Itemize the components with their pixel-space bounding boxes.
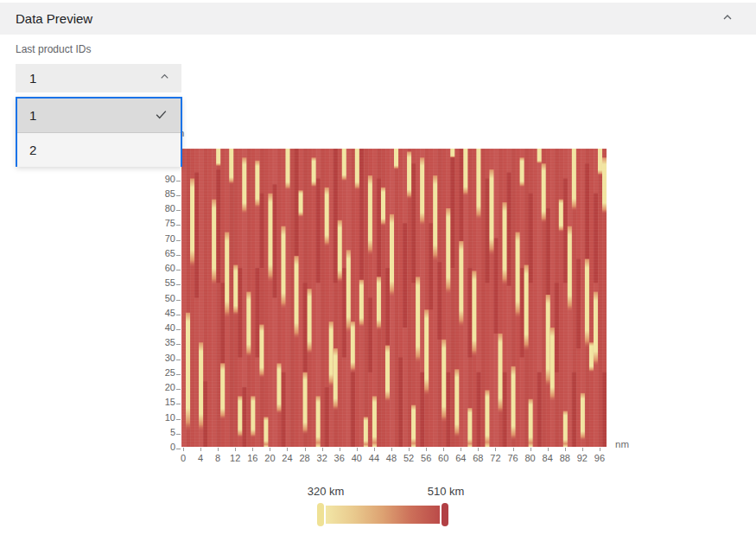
- y-tick-label: 35: [165, 337, 175, 347]
- y-tick-mark: [176, 225, 181, 226]
- y-tick-label: 15: [165, 397, 175, 407]
- x-tick-label: 68: [473, 453, 483, 463]
- x-tick-label: 4: [198, 453, 203, 463]
- y-tick-mark: [176, 449, 181, 449]
- x-tick-mark: [530, 448, 531, 451]
- x-tick-label: 20: [264, 453, 275, 463]
- x-tick-mark: [252, 448, 253, 451]
- y-tick-mark: [176, 315, 181, 315]
- last-product-ids-label: Last product IDs: [16, 43, 91, 55]
- x-tick-mark: [270, 448, 270, 451]
- x-tick-mark: [340, 448, 340, 451]
- y-tick-mark: [176, 360, 181, 360]
- colorbar-max-handle[interactable]: [442, 503, 448, 526]
- y-tick-mark: [176, 374, 181, 375]
- x-tick-label: 24: [282, 453, 292, 463]
- colorbar-max-label: 510 km: [420, 485, 472, 498]
- y-tick-label: 70: [165, 233, 175, 244]
- check-icon: [154, 107, 168, 124]
- last-product-ids-select[interactable]: 1: [16, 64, 181, 92]
- x-tick-mark: [409, 448, 410, 451]
- x-tick-label: 48: [386, 453, 397, 463]
- x-tick-mark: [322, 448, 323, 451]
- menu-option-1[interactable]: 1: [17, 99, 181, 133]
- x-tick-label: 88: [560, 453, 570, 463]
- x-tick-label: 76: [507, 453, 518, 463]
- y-tick-label: 5: [170, 427, 175, 437]
- x-axis-unit-label: nm: [615, 439, 629, 449]
- panel-collapse-button[interactable]: [718, 10, 737, 29]
- x-tick-mark: [478, 448, 479, 451]
- y-tick-mark: [176, 210, 181, 211]
- x-tick-label: 56: [421, 453, 431, 463]
- x-tick-mark: [426, 448, 427, 451]
- x-tick-label: 72: [490, 453, 500, 463]
- x-tick-label: 16: [247, 453, 257, 463]
- x-tick-label: 64: [455, 453, 466, 463]
- y-tick-label: 80: [165, 203, 175, 213]
- panel-header: Data Preview: [0, 3, 756, 35]
- menu-option-2[interactable]: 2: [17, 133, 181, 167]
- y-tick-label: 30: [165, 353, 175, 363]
- y-tick-label: 0: [170, 442, 175, 452]
- menu-option-label: 2: [29, 143, 36, 157]
- x-tick-mark: [357, 448, 358, 451]
- x-tick-mark: [305, 448, 306, 451]
- x-tick-mark: [513, 448, 514, 451]
- last-product-ids-menu: 1 2: [16, 97, 182, 167]
- x-tick-label: 60: [438, 453, 448, 463]
- x-tick-label: 52: [403, 453, 414, 463]
- x-tick-label: 84: [543, 453, 553, 463]
- x-tick-label: 40: [352, 453, 362, 463]
- x-tick-mark: [218, 448, 219, 451]
- colorbar-gradient: [326, 506, 440, 524]
- y-tick-label: 90: [165, 174, 175, 184]
- y-tick-mark: [176, 195, 181, 196]
- y-tick-mark: [176, 344, 181, 345]
- x-tick-mark: [548, 448, 549, 451]
- chevron-up-icon: [721, 10, 734, 27]
- y-tick-label: 75: [165, 218, 175, 228]
- x-tick-label: 44: [369, 453, 379, 463]
- y-tick-mark: [176, 419, 181, 420]
- y-tick-label: 25: [165, 367, 175, 378]
- x-tick-mark: [495, 448, 496, 451]
- x-tick-mark: [200, 448, 201, 451]
- x-tick-label: 12: [230, 453, 240, 463]
- y-tick-label: 50: [165, 293, 175, 303]
- x-tick-label: 8: [215, 453, 220, 463]
- x-tick-mark: [565, 448, 566, 451]
- y-tick-label: 55: [165, 277, 175, 288]
- heatmap-plot: [181, 149, 607, 447]
- x-tick-mark: [235, 448, 236, 451]
- x-tick-mark: [600, 448, 600, 451]
- x-tick-mark: [582, 448, 583, 451]
- menu-option-label: 1: [29, 108, 36, 123]
- y-tick-mark: [176, 240, 181, 241]
- y-tick-label: 40: [165, 322, 175, 333]
- x-tick-label: 36: [334, 453, 345, 463]
- x-tick-mark: [443, 448, 444, 451]
- y-axis: 05101520253035404550556065707580859095: [0, 149, 181, 448]
- y-tick-label: 10: [165, 412, 175, 423]
- x-tick-mark: [183, 448, 184, 451]
- y-tick-mark: [176, 270, 181, 270]
- x-tick-label: 28: [299, 453, 309, 463]
- y-tick-label: 45: [165, 308, 175, 318]
- y-tick-mark: [176, 389, 181, 390]
- x-tick-label: 80: [525, 453, 536, 463]
- y-tick-mark: [176, 300, 181, 301]
- y-tick-mark: [176, 434, 181, 435]
- y-tick-label: 20: [165, 382, 175, 392]
- x-axis: 0481216202428323640444852566064687276808…: [181, 447, 631, 469]
- x-tick-label: 32: [317, 453, 327, 463]
- y-tick-label: 60: [165, 263, 175, 273]
- chevron-up-icon: [158, 70, 171, 86]
- select-value: 1: [29, 71, 36, 86]
- panel-title: Data Preview: [16, 11, 92, 26]
- y-tick-mark: [176, 284, 181, 285]
- x-tick-label: 92: [577, 453, 588, 463]
- colorbar-min-handle[interactable]: [317, 503, 324, 526]
- colorbar-min-label: 320 km: [300, 485, 352, 498]
- x-tick-mark: [287, 448, 288, 451]
